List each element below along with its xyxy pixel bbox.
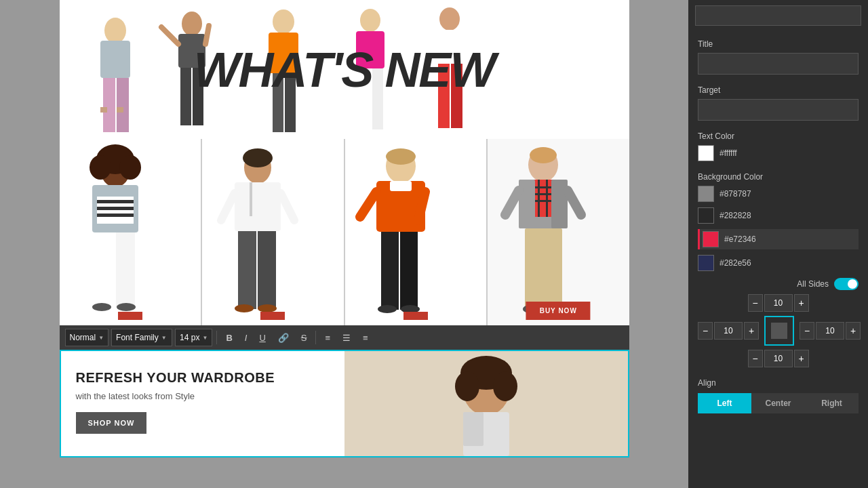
title-input[interactable]: [698, 53, 859, 75]
bg-color-list: #878787 #282828 #e72346 #282e56: [698, 186, 859, 274]
italic-btn[interactable]: I: [240, 329, 252, 346]
font-family-dropdown[interactable]: Font Family ▼: [111, 329, 172, 346]
promo-subtitle: with the latest looks from Style: [76, 391, 330, 401]
padding-right-input[interactable]: [816, 322, 844, 340]
align-left-btn[interactable]: ≡: [320, 329, 335, 346]
svg-point-12: [273, 9, 294, 34]
padding-left-plus[interactable]: +: [744, 322, 759, 340]
svg-rect-7: [178, 34, 205, 68]
panel-top-input[interactable]: [695, 5, 861, 26]
color-row-1[interactable]: #282828: [698, 207, 859, 224]
model2: [161, 12, 209, 125]
padding-bottom-plus[interactable]: +: [794, 350, 809, 367]
color-row-0[interactable]: #878787: [698, 186, 859, 202]
color-swatch-0: [698, 186, 714, 202]
padding-middle-row: − + − +: [698, 316, 859, 346]
align-right-btn[interactable]: Right: [805, 393, 859, 413]
padding-top-input[interactable]: [764, 294, 793, 312]
svg-rect-5: [117, 107, 123, 113]
align-right-btn[interactable]: ≡: [358, 329, 373, 346]
text-color-swatch[interactable]: [698, 145, 714, 161]
text-color-hex: #ffffff: [719, 148, 737, 158]
svg-rect-22: [438, 64, 450, 128]
bold-btn[interactable]: B: [221, 329, 237, 346]
link-btn[interactable]: 🔗: [273, 329, 294, 346]
svg-line-45: [221, 193, 235, 220]
model1-svg: [60, 139, 172, 315]
target-input[interactable]: [698, 99, 859, 121]
promo-left: REFRESH YOUR WARDROBE with the latest lo…: [61, 351, 344, 456]
shop-now-btn[interactable]: SHOP NOW: [76, 412, 147, 434]
padding-top-row: − +: [698, 294, 859, 312]
promo-title: REFRESH YOUR WARDROBE: [76, 370, 330, 386]
svg-point-38: [243, 148, 273, 167]
align-section: Align Left Center Right: [688, 373, 868, 419]
svg-rect-23: [451, 64, 462, 128]
svg-point-26: [90, 155, 111, 180]
grid-item-3: [345, 139, 487, 325]
target-label: Target: [698, 85, 859, 95]
svg-rect-34: [116, 232, 135, 307]
padding-icon: [764, 316, 794, 346]
strikethrough-btn[interactable]: S: [296, 329, 312, 346]
svg-rect-68: [525, 228, 562, 310]
align-center-btn[interactable]: Center: [751, 393, 805, 413]
svg-rect-41: [238, 231, 256, 309]
model-grid: BUY NOW: [60, 139, 629, 325]
padding-left-minus[interactable]: −: [698, 322, 713, 340]
color-row-3[interactable]: #282e56: [698, 255, 859, 271]
padding-top-control: − +: [748, 294, 809, 312]
right-panel: Title Target Text Color #ffffff Backgrou…: [688, 0, 868, 488]
editor-toolbar: Normal ▼ Font Family ▼ 14 px ▼ B I U 🔗 S…: [60, 325, 629, 350]
padding-top-plus[interactable]: +: [794, 294, 809, 312]
svg-rect-2: [103, 78, 115, 132]
underline-btn[interactable]: U: [254, 329, 270, 346]
svg-rect-33: [96, 232, 115, 307]
model5: [435, 7, 464, 128]
model1: [100, 18, 130, 132]
svg-line-72: [568, 190, 581, 215]
all-sides-label: All Sides: [797, 279, 829, 289]
svg-point-76: [493, 371, 517, 401]
toolbar-sep-2: [315, 331, 316, 344]
color-row-2[interactable]: #e72346: [698, 229, 859, 249]
align-left-btn[interactable]: Left: [698, 393, 751, 413]
svg-rect-19: [372, 68, 383, 129]
font-size-dropdown[interactable]: 14 px ▼: [175, 329, 212, 346]
align-center-btn[interactable]: ☰: [338, 329, 355, 346]
svg-point-0: [104, 18, 126, 43]
model4: [356, 9, 384, 129]
model3-svg: [345, 139, 457, 315]
svg-rect-9: [193, 68, 203, 125]
padding-bottom-input[interactable]: [764, 350, 793, 367]
grid-item-1: [60, 139, 201, 325]
svg-rect-31: [97, 207, 134, 210]
title-label: Title: [698, 39, 859, 49]
title-section: Title: [688, 34, 868, 80]
padding-top-minus[interactable]: −: [748, 294, 763, 312]
padding-bottom-row: − +: [698, 350, 859, 367]
buy-now-btn[interactable]: BUY NOW: [526, 302, 591, 320]
grid-item-4: BUY NOW: [488, 139, 629, 325]
svg-rect-15: [285, 73, 296, 132]
buy-btn-1[interactable]: [118, 312, 142, 320]
promo-right: [344, 351, 628, 456]
svg-point-6: [182, 12, 202, 36]
buy-btn-3[interactable]: [403, 312, 428, 320]
color-label-3: #282e56: [719, 258, 751, 268]
svg-rect-50: [390, 181, 412, 191]
svg-rect-13: [269, 33, 298, 73]
svg-rect-40: [250, 182, 252, 216]
padding-right-minus[interactable]: −: [800, 322, 814, 340]
padding-bottom-minus[interactable]: −: [748, 350, 763, 367]
all-sides-toggle[interactable]: [834, 278, 859, 290]
padding-right-plus[interactable]: +: [846, 322, 861, 340]
normal-dropdown[interactable]: Normal ▼: [65, 329, 109, 346]
svg-line-10: [161, 27, 178, 44]
svg-point-36: [117, 303, 136, 311]
font-size-arrow: ▼: [202, 335, 208, 341]
padding-left-input[interactable]: [714, 322, 743, 340]
color-label-1: #282828: [719, 211, 751, 220]
svg-rect-64: [538, 180, 540, 217]
buy-btn-2[interactable]: [260, 312, 285, 320]
